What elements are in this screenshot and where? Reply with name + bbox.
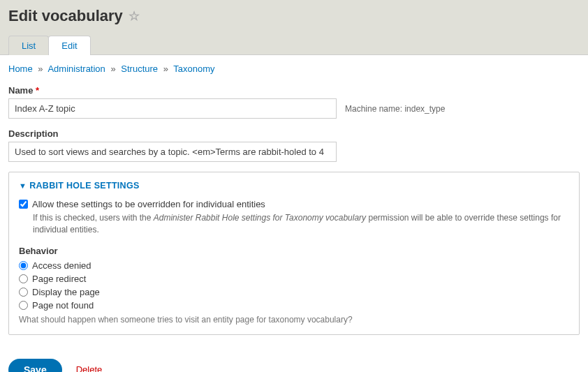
chevron-down-icon: ▼ [19,181,27,190]
tab-list[interactable]: List [8,36,49,55]
rabbit-hole-legend[interactable]: ▼ RABBIT HOLE SETTINGS [19,181,569,191]
tab-edit[interactable]: Edit [48,36,90,55]
form-item-name: Name * Machine name: index_type [8,85,580,119]
breadcrumb-sep: » [38,64,43,74]
rabbit-hole-fieldset: ▼ RABBIT HOLE SETTINGS Allow these setti… [8,172,580,335]
radio-page-redirect[interactable] [19,274,28,283]
override-label: Allow these settings to be overridden fo… [32,199,265,209]
radio-display-page-label: Display the page [32,287,100,297]
breadcrumb-taxonomy[interactable]: Taxonomy [173,64,214,74]
page-title-text: Edit vocabulary [8,7,123,25]
name-field[interactable] [8,98,337,119]
delete-link[interactable]: Delete [76,364,103,372]
machine-name: Machine name: index_type [345,104,445,114]
breadcrumb-administration[interactable]: Administration [47,64,105,74]
description-field[interactable] [8,142,337,162]
breadcrumb-sep: » [163,64,168,74]
form-item-description: Description [8,128,580,162]
save-button[interactable]: Save [8,359,62,372]
radio-display-page[interactable] [19,288,28,297]
behavior-help: What should happen when someone tries to… [19,315,569,325]
breadcrumb-home[interactable]: Home [8,64,33,74]
name-label: Name * [8,85,580,96]
actions: Save Delete [0,359,588,372]
star-icon[interactable]: ☆ [128,8,140,24]
behavior-label: Behavior [19,246,569,256]
radio-access-denied[interactable] [19,261,28,270]
radio-access-denied-label: Access denied [32,260,91,271]
override-checkbox[interactable] [19,200,28,209]
radio-page-not-found[interactable] [19,301,28,310]
override-help: If this is checked, users with the Admin… [33,212,569,236]
tabs: List Edit [8,35,580,54]
page-title: Edit vocabulary ☆ [8,7,580,25]
breadcrumb: Home » Administration » Structure » Taxo… [8,64,580,74]
radio-page-not-found-label: Page not found [32,300,94,311]
description-label: Description [8,128,580,139]
radio-page-redirect-label: Page redirect [32,274,86,284]
breadcrumb-sep: » [110,64,115,74]
required-mark: * [36,85,39,96]
breadcrumb-structure[interactable]: Structure [121,64,158,74]
